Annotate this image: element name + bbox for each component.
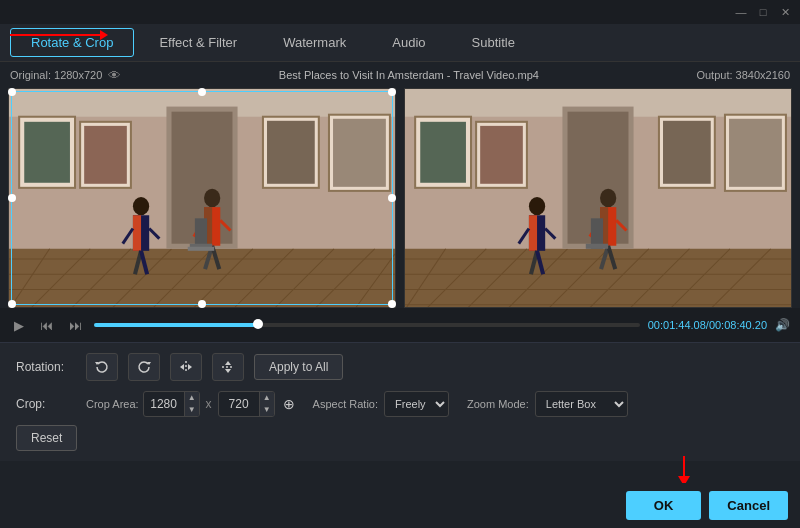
ok-button[interactable]: OK <box>626 491 702 520</box>
crop-height-input-wrap: ▲ ▼ <box>218 391 275 417</box>
filename: Best Places to Visit In Amsterdam - Trav… <box>279 69 539 81</box>
rotate-ccw-button[interactable] <box>86 353 118 381</box>
crop-label: Crop: <box>16 397 76 411</box>
crop-row: Crop: Crop Area: ▲ ▼ x ▲ ▼ ⊕ Aspect Ra <box>16 391 784 417</box>
maximize-button[interactable]: □ <box>756 5 770 19</box>
svg-rect-43 <box>188 247 214 251</box>
zoom-mode-label: Zoom Mode: <box>467 398 529 410</box>
museum-scene-left <box>9 89 395 307</box>
zoom-mode-select[interactable]: Letter Box Pan & Scan Full <box>535 391 628 417</box>
svg-rect-61 <box>420 122 466 183</box>
video-preview-left <box>8 88 396 308</box>
tab-rotate-crop[interactable]: Rotate & Crop <box>10 28 134 57</box>
rotate-cw-button[interactable] <box>128 353 160 381</box>
action-row: OK Cancel <box>0 483 800 528</box>
aspect-ratio-label: Aspect Ratio: <box>313 398 378 410</box>
svg-rect-85 <box>586 244 608 249</box>
video-area <box>0 88 800 308</box>
tab-effect-filter[interactable]: Effect & Filter <box>138 28 258 57</box>
crop-height-up[interactable]: ▲ <box>260 392 274 404</box>
play-button[interactable]: ▶ <box>10 316 28 335</box>
controls-bar: ▶ ⏮ ⏭ 00:01:44.08/00:08:40.20 🔊 <box>0 308 800 342</box>
aspect-ratio-group: Aspect Ratio: Freely 16:9 4:3 1:1 <box>313 391 449 417</box>
x-separator: x <box>204 397 214 411</box>
svg-point-77 <box>600 189 616 207</box>
timeline-track[interactable] <box>94 323 640 327</box>
move-icon[interactable]: ⊕ <box>283 396 295 412</box>
svg-rect-67 <box>729 119 782 187</box>
svg-rect-24 <box>333 119 386 187</box>
svg-rect-65 <box>663 121 711 184</box>
crop-height-down[interactable]: ▼ <box>260 404 274 416</box>
rotation-row: Rotation: <box>16 353 784 381</box>
svg-marker-45 <box>405 249 791 307</box>
tab-subtitle[interactable]: Subtitle <box>451 28 536 57</box>
museum-scene-right <box>405 89 791 307</box>
minimize-button[interactable]: — <box>734 5 748 19</box>
timeline-progress <box>94 323 258 327</box>
crop-height-input[interactable] <box>219 397 259 411</box>
svg-point-34 <box>204 189 220 207</box>
output-resolution: Output: 3840x2160 <box>696 69 790 81</box>
apply-to-all-button[interactable]: Apply to All <box>254 354 343 380</box>
svg-point-27 <box>133 197 149 215</box>
title-bar: — □ ✕ <box>0 0 800 24</box>
zoom-mode-group: Zoom Mode: Letter Box Pan & Scan Full <box>467 391 628 417</box>
rotation-label: Rotation: <box>16 360 76 374</box>
svg-point-70 <box>529 197 545 215</box>
time-display: 00:01:44.08/00:08:40.20 <box>648 319 767 331</box>
eye-icon[interactable]: 👁 <box>108 68 121 83</box>
svg-rect-18 <box>24 122 70 183</box>
original-resolution: Original: 1280x720 <box>10 69 102 81</box>
video-preview-right <box>404 88 792 308</box>
crop-width-spinners: ▲ ▼ <box>184 392 199 416</box>
crop-width-up[interactable]: ▲ <box>185 392 199 404</box>
svg-rect-29 <box>133 215 141 251</box>
crop-area-group: Crop Area: ▲ ▼ x ▲ ▼ ⊕ <box>86 391 295 417</box>
info-bar: Original: 1280x720 👁 Best Places to Visi… <box>0 62 800 88</box>
svg-rect-72 <box>529 215 537 251</box>
svg-marker-1 <box>9 249 395 307</box>
flip-v-icon <box>220 359 236 375</box>
reset-button[interactable]: Reset <box>16 425 77 451</box>
timeline-thumb[interactable] <box>253 319 263 329</box>
svg-rect-63 <box>480 126 523 184</box>
flip-h-icon <box>178 359 194 375</box>
ok-arrow-indicator <box>678 456 690 486</box>
crop-width-input-wrap: ▲ ▼ <box>143 391 200 417</box>
svg-marker-93 <box>225 369 231 373</box>
crop-width-input[interactable] <box>144 397 184 411</box>
bottom-section: Rotation: <box>0 342 800 461</box>
aspect-ratio-select[interactable]: Freely 16:9 4:3 1:1 <box>384 391 449 417</box>
volume-icon[interactable]: 🔊 <box>775 318 790 332</box>
svg-marker-92 <box>225 361 231 365</box>
svg-rect-20 <box>84 126 127 184</box>
tab-bar: Rotate & Crop Effect & Filter Watermark … <box>0 24 800 62</box>
rotate-cw-icon <box>136 359 152 375</box>
svg-marker-90 <box>188 364 192 370</box>
tab-watermark[interactable]: Watermark <box>262 28 367 57</box>
crop-area-label: Crop Area: <box>86 398 139 410</box>
svg-rect-22 <box>267 121 315 184</box>
prev-frame-button[interactable]: ⏮ <box>36 316 57 335</box>
flip-horizontal-button[interactable] <box>170 353 202 381</box>
flip-vertical-button[interactable] <box>212 353 244 381</box>
tab-audio[interactable]: Audio <box>371 28 446 57</box>
next-frame-button[interactable]: ⏭ <box>65 316 86 335</box>
crop-width-down[interactable]: ▼ <box>185 404 199 416</box>
cancel-button[interactable]: Cancel <box>709 491 788 520</box>
rotate-ccw-icon <box>94 359 110 375</box>
crop-height-spinners: ▲ ▼ <box>259 392 274 416</box>
svg-marker-89 <box>180 364 184 370</box>
close-button[interactable]: ✕ <box>778 5 792 19</box>
